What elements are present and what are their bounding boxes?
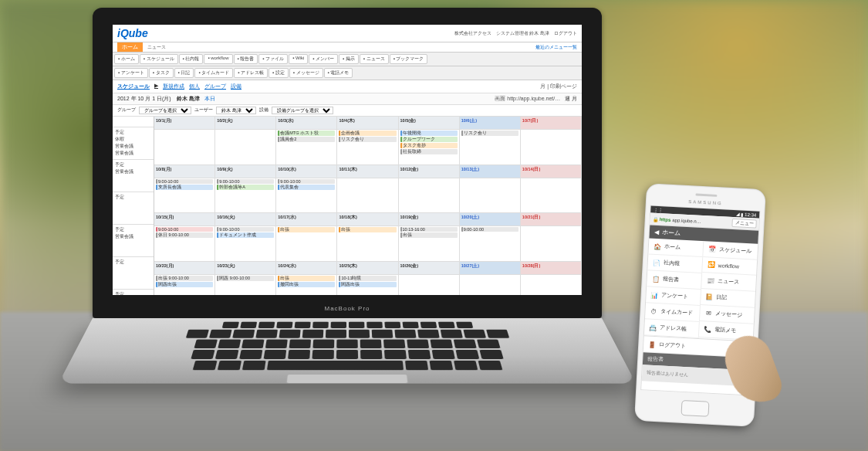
toolbar-日記[interactable]: ▪ 日記	[174, 68, 194, 78]
calendar-cell[interactable]: 出張	[276, 226, 337, 261]
current-user[interactable]: 鈴木 島津	[177, 96, 200, 101]
toolbar-Wiki[interactable]: ▪ Wiki	[289, 54, 308, 64]
toolbar-アンケート[interactable]: ▪ アンケート	[114, 68, 148, 78]
day-header[interactable]: 10/3(水)	[276, 117, 337, 130]
toolbar-ブックマーク[interactable]: ▪ ブックマーク	[390, 54, 428, 64]
toolbar-ファイル[interactable]: ▪ ファイル	[258, 54, 288, 64]
browser-menu-button[interactable]: メニュー	[731, 219, 757, 229]
calendar-event[interactable]: 9:00-10:00	[217, 227, 274, 232]
calendar-event[interactable]: 9:00-10:00	[278, 179, 335, 184]
calendar-event[interactable]: 企画会議	[339, 131, 396, 136]
day-header[interactable]: 10/2(火)	[215, 117, 276, 130]
calendar-event[interactable]: 休日 9:00-10:00	[156, 232, 213, 238]
calendar-event[interactable]: クループワーク	[400, 137, 458, 142]
toolbar-メンバー[interactable]: ▪ メンバー	[309, 54, 338, 64]
toolbar-電話メモ[interactable]: ▪ 電話メモ	[324, 68, 353, 78]
breadcrumb-group[interactable]: グループ	[204, 83, 226, 90]
tab-home-active[interactable]: ホーム	[117, 42, 143, 52]
calendar-event[interactable]: 幹部会議等A	[217, 185, 274, 190]
calendar-event[interactable]: 9:00-10:00	[156, 227, 213, 232]
calendar-event[interactable]: 撤回出張	[278, 282, 335, 287]
menu-item-アドレス帳[interactable]: 📇アドレス帳	[644, 319, 699, 338]
calendar-cell[interactable]: 会議MTG ホスト役議員会2	[276, 130, 337, 164]
breadcrumb-new[interactable]: 新規作成	[163, 83, 184, 90]
calendar-event[interactable]: 支所長会議	[156, 185, 213, 190]
toolbar-メッセージ[interactable]: ▪ メッセージ	[289, 68, 323, 78]
day-header[interactable]: 10/9(火)	[215, 165, 276, 178]
calendar-cell[interactable]: 企画会議リスク会り	[337, 130, 398, 164]
calendar-cell[interactable]	[154, 130, 215, 164]
calendar-cell[interactable]: 出張	[337, 226, 398, 261]
day-header[interactable]: 10/1(月)	[154, 117, 215, 130]
day-header[interactable]: 10/20(土)	[460, 213, 521, 226]
toolbar-掲示[interactable]: ▪ 掲示	[339, 54, 359, 64]
calendar-cell[interactable]	[460, 275, 521, 295]
calendar-cell[interactable]: 10:13-16:00出張	[399, 226, 460, 261]
toolbar-ニュース[interactable]: ▪ ニュース	[360, 54, 389, 64]
day-header[interactable]: 10/12(金)	[399, 165, 460, 178]
day-header[interactable]: 10/8(月)	[154, 165, 215, 178]
day-header[interactable]: 10/11(木)	[337, 165, 398, 178]
toolbar-workflow[interactable]: ▪ workflow	[204, 54, 232, 64]
calendar-cell[interactable]: 出張撤回出張	[276, 275, 337, 295]
filter-equip-select[interactable]: 設備グループを選択	[272, 107, 333, 114]
calendar-cell[interactable]: 10-11時限関西出張	[337, 275, 398, 295]
calendar-cell[interactable]: 9:00-10:00代表集会	[276, 178, 337, 213]
calendar-cell[interactable]: リスク会り	[460, 130, 521, 164]
day-header[interactable]: 10/19(金)	[399, 213, 460, 226]
nav-back-icon[interactable]: ◀	[654, 229, 659, 236]
day-header[interactable]: 10/22(月)	[154, 262, 215, 275]
calendar-cell[interactable]: 9:00-10:00幹部会議等A	[215, 178, 276, 213]
calendar-event[interactable]: 出張 9:00-10:00	[156, 276, 213, 281]
calendar-event[interactable]: 関西出張	[156, 282, 213, 287]
calendar-cell[interactable]: 出張 9:00-10:00関西出張	[154, 275, 215, 295]
calendar-cell[interactable]	[521, 130, 582, 164]
toolbar-設定[interactable]: ▪ 設定	[269, 68, 289, 78]
day-header[interactable]: 10/28(日)	[521, 262, 582, 275]
print-link[interactable]: 月 | 印刷ページ	[540, 83, 577, 90]
calendar-event[interactable]: 午後開発	[400, 131, 458, 136]
day-header[interactable]: 10/27(土)	[460, 262, 521, 275]
calendar-cell[interactable]	[521, 226, 582, 261]
day-header[interactable]: 10/18(木)	[337, 213, 398, 226]
today-link[interactable]: 本日	[204, 96, 215, 101]
calendar-event[interactable]: 出張	[339, 227, 396, 232]
calendar-event[interactable]: 9:00-10:00	[461, 227, 518, 232]
day-header[interactable]: 10/17(水)	[276, 213, 337, 226]
day-header[interactable]: 10/7(日)	[521, 117, 582, 130]
calendar-cell[interactable]	[521, 275, 582, 295]
toolbar-社内報[interactable]: ▪ 社内報	[179, 54, 204, 64]
view-toggle[interactable]: 週 月	[565, 96, 577, 101]
calendar-cell[interactable]	[337, 178, 398, 213]
current-date[interactable]: 2012 年 10 月 1 日(月)	[117, 96, 171, 101]
calendar-event[interactable]: リスク会り	[461, 131, 518, 136]
day-header[interactable]: 10/10(水)	[276, 165, 337, 178]
calendar-event[interactable]: 10:13-16:00	[400, 227, 458, 232]
calendar-cell[interactable]: 9:00-10:00ドキュメント作成	[215, 226, 276, 261]
calendar-event[interactable]: 社長取締	[400, 149, 458, 154]
calendar-cell[interactable]: 9:00-10:00	[460, 226, 521, 261]
toolbar-報告書[interactable]: ▪ 報告書	[234, 54, 258, 64]
recent-menu-link[interactable]: 最近のメニュー一覧	[535, 44, 577, 51]
day-header[interactable]: 10/15(月)	[154, 213, 215, 226]
day-header[interactable]: 10/4(木)	[337, 117, 398, 130]
toolbar-スケジュール[interactable]: ▪ スケジュール	[140, 54, 178, 64]
calendar-cell[interactable]	[215, 130, 276, 164]
calendar-event[interactable]: 代表集会	[278, 185, 335, 190]
header-user-info[interactable]: 株式会社アクセス システム管理者 鈴木 島津 ログアウト	[454, 30, 577, 37]
calendar-cell[interactable]: 9:00-10:00支所長会議	[154, 178, 215, 213]
calendar-event[interactable]: 出張	[278, 227, 335, 232]
calendar-event[interactable]: リスク会り	[339, 137, 396, 142]
tab-news[interactable]: ニュース	[144, 45, 166, 49]
breadcrumb-schedule[interactable]: スケジュール	[117, 83, 150, 90]
calendar-event[interactable]: 会議MTG ホスト役	[278, 131, 335, 136]
day-header[interactable]: 10/14(日)	[521, 165, 582, 178]
calendar-event[interactable]: 出張	[278, 276, 335, 281]
toolbar-タイムカード[interactable]: ▪ タイムカード	[194, 68, 233, 78]
calendar-cell[interactable]: 関西 9:00-10:00	[215, 275, 276, 295]
calendar-cell[interactable]	[399, 178, 460, 213]
calendar-cell[interactable]	[521, 178, 582, 213]
day-header[interactable]: 10/25(木)	[337, 262, 398, 275]
calendar-event[interactable]: 9:00-10:00	[217, 179, 274, 184]
trackpad[interactable]	[286, 374, 409, 383]
